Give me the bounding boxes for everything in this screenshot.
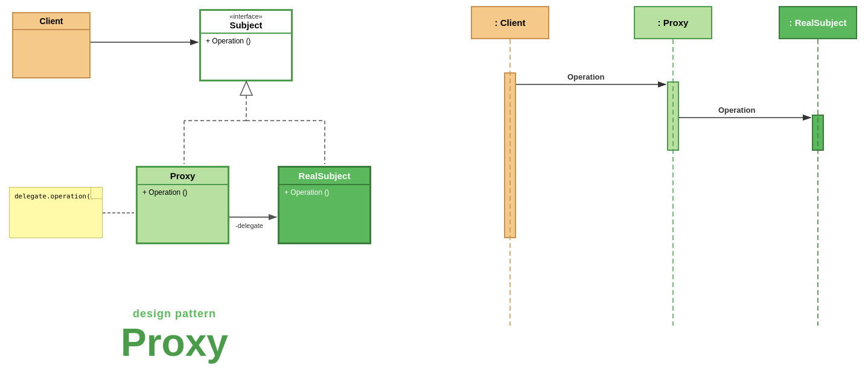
svg-text:-delegate: -delegate: [235, 222, 263, 229]
sequence-diagram: : Client : Proxy : RealSubject Operation…: [435, 0, 868, 326]
bottom-text-section: design pattern Proxy: [121, 308, 228, 365]
note-text: delegate.operation();: [10, 188, 102, 205]
design-pattern-main-label: Proxy: [121, 320, 228, 365]
realsubject-class-title: RealSubject: [279, 168, 369, 185]
note-box: delegate.operation();: [9, 187, 103, 238]
svg-text:Operation: Operation: [567, 72, 604, 81]
seq-client-actor: : Client: [471, 6, 549, 39]
realsubject-activation-bar: [812, 115, 824, 151]
subject-class-box: «interface» Subject + Operation (): [199, 9, 293, 81]
realsubject-method: + Operation (): [279, 185, 369, 200]
client-activation-bar: [504, 72, 516, 238]
seq-client-label: : Client: [495, 17, 526, 28]
svg-marker-9: [240, 81, 252, 95]
seq-proxy-label: : Proxy: [658, 17, 689, 28]
proxy-class-box: Proxy + Operation (): [136, 166, 229, 244]
seq-realsubject-actor: : RealSubject: [779, 6, 857, 39]
realsubject-class-box: RealSubject + Operation (): [278, 166, 371, 244]
sequence-diagram-arrows: Operation Operation: [435, 0, 868, 326]
design-pattern-sub-label: design pattern: [121, 308, 228, 320]
subject-method: + Operation (): [201, 34, 291, 48]
subject-stereotype: «interface»: [201, 11, 291, 20]
subject-class-title: Subject: [201, 20, 291, 34]
svg-text:Operation: Operation: [718, 106, 755, 115]
proxy-method: + Operation (): [138, 185, 228, 200]
client-class-box: Client: [12, 12, 91, 78]
proxy-class-title: Proxy: [138, 168, 228, 185]
client-class-title: Client: [13, 13, 89, 30]
proxy-activation-bar: [667, 81, 679, 151]
seq-realsubject-label: : RealSubject: [789, 17, 846, 28]
seq-proxy-actor: : Proxy: [634, 6, 712, 39]
